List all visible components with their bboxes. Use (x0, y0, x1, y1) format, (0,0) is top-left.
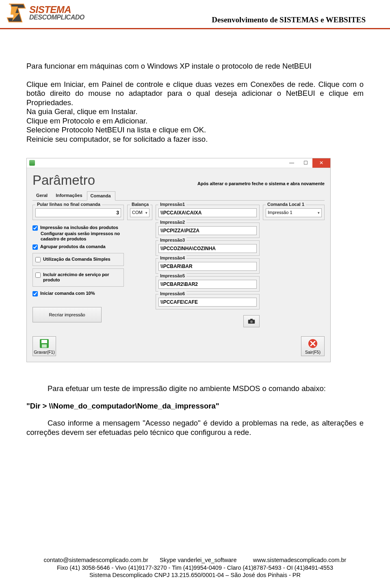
camera-button[interactable] (243, 315, 260, 327)
gravar-button[interactable]: Gravar(F1) (32, 336, 56, 356)
page-header: SISTEMA DESCOMPLICADO Desenvolvimento de… (0, 0, 390, 29)
logo-text: SISTEMA DESCOMPLICADO (29, 5, 84, 21)
chk-agrupar[interactable] (32, 244, 38, 250)
comanda-local-label: Comanda Local 1 (266, 202, 306, 207)
sair-button[interactable]: Sair(F5) (301, 336, 325, 356)
logo-line2: DESCOMPLICADO (29, 14, 84, 21)
chk2-label: Agrupar produtos da comanda (40, 244, 106, 250)
svg-rect-3 (250, 319, 253, 320)
impressao6-label: Impressão6 (158, 291, 186, 296)
pular-label: Pular linhas no final comanda (35, 202, 102, 207)
impressao5-input[interactable] (158, 280, 257, 289)
intro-p6: Reinicie seu computador, se for solicita… (26, 135, 364, 144)
tab-comanda[interactable]: Comanda (87, 191, 115, 201)
page-footer: contato@sistemadescomplicado.com.br Skyp… (0, 556, 390, 579)
chk1-sub: Configurar quais serão impressos no cada… (41, 231, 124, 242)
chevron-down-icon: ▾ (318, 211, 320, 215)
impressao4-label: Impressão4 (158, 255, 186, 261)
balanca-label: Balança (130, 202, 150, 207)
impressao5-label: Impressão5 (158, 273, 186, 279)
minimize-button[interactable]: — (285, 158, 299, 168)
window-note: Após alterar o parametro feche o sistema… (197, 181, 325, 188)
window-title: Parâmetro (32, 172, 95, 188)
intro-p1: Para funcionar em máquinas com o Windows… (26, 62, 364, 71)
footer-site: www.sistemadescomplicado.com.br (253, 557, 347, 563)
logo: SISTEMA DESCOMPLICADO (6, 2, 99, 24)
sair-label: Sair(F5) (305, 350, 321, 355)
chk5-label: Iniciar comanda com 10% (40, 291, 95, 296)
tabs: Geral Informações Comanda (32, 191, 325, 201)
comanda-local-select[interactable]: Impressão 1 ▾ (266, 208, 322, 217)
footer-skype: Skype vanderlei_ve_software (160, 557, 236, 563)
header-tagline: Desenvolvimento de SISTEMAS e WEBSITES (212, 15, 366, 24)
balanca-select[interactable]: COM ▾ (130, 208, 150, 217)
impressao-list: Impressão1 Impressão2 Impressão3 Impress… (156, 205, 260, 327)
titlebar: — ☐ ✕ (27, 158, 330, 168)
chk-comanda-simples[interactable] (35, 257, 41, 262)
close-button[interactable]: ✕ (312, 158, 330, 168)
impressao6-input[interactable] (158, 298, 257, 307)
impressao3-label: Impressão3 (158, 238, 186, 243)
impressao4-input[interactable] (158, 262, 257, 271)
svg-rect-6 (41, 340, 47, 343)
svg-point-4 (250, 320, 253, 323)
main-content: Para funcionar em máquinas com o Windows… (0, 29, 390, 437)
impressao2-label: Impressão2 (158, 220, 186, 225)
post-p1: Para efetuar um teste de impressão digit… (26, 384, 364, 393)
tab-informacoes[interactable]: Informações (52, 191, 87, 200)
exit-icon (308, 338, 318, 349)
tab-geral[interactable]: Geral (32, 191, 52, 200)
intro-p4: Clique em Protocolo e em Adicionar. (26, 117, 364, 126)
impressao1-input[interactable] (158, 208, 257, 217)
chk-iniciar-10[interactable] (32, 291, 38, 296)
balanca-value: COM (132, 210, 143, 215)
svg-rect-7 (42, 344, 47, 348)
chk1-label: Impressão na inclusão dos produtos (40, 225, 118, 231)
intro-p5: Selecione Protocolo NetBEUI na lista e c… (26, 125, 364, 135)
impressao3-input[interactable] (158, 244, 257, 253)
chk3-label: Utilização da Comanda Simples (43, 257, 110, 262)
app-icon (29, 160, 35, 166)
logo-line1: SISTEMA (29, 5, 84, 14)
impressao2-input[interactable] (158, 226, 257, 235)
intro-p3: Na guia Geral, clique em Instalar. (26, 107, 364, 117)
chk-acrecimo[interactable] (35, 272, 41, 278)
post-p2: Caso informe a mensagem "Acesso negado" … (26, 419, 364, 437)
app-window: — ☐ ✕ Parâmetro Após alterar o parametro… (26, 158, 331, 362)
save-icon (39, 338, 50, 349)
chevron-down-icon: ▾ (145, 211, 147, 215)
pular-input[interactable] (35, 208, 121, 217)
post-cmd: "Dir > \\Nome_do_computador\Nome_da_impr… (26, 402, 364, 411)
intro-p2: Clique em Iniciar, em Painel de controle… (26, 80, 364, 108)
gravar-label: Gravar(F1) (34, 350, 54, 355)
recriar-button[interactable]: Recriar impressão (32, 307, 102, 322)
logo-icon (6, 2, 27, 24)
footer-cnpj: Sistema Descomplicado CNPJ 13.215.650/00… (0, 571, 390, 579)
footer-phones: Fixo (41) 3058-5646 - Vivo (41)9177-3270… (0, 564, 390, 572)
footer-email: contato@sistemadescomplicado.com.br (44, 557, 148, 563)
comanda-local-value: Impressão 1 (268, 210, 292, 215)
impressao1-label: Impressão1 (158, 202, 186, 207)
chk-impressao-inclusao[interactable] (32, 225, 38, 231)
chk4-label: Incluir acrécimo de serviço por produto (43, 272, 121, 283)
maximize-button[interactable]: ☐ (299, 158, 312, 168)
